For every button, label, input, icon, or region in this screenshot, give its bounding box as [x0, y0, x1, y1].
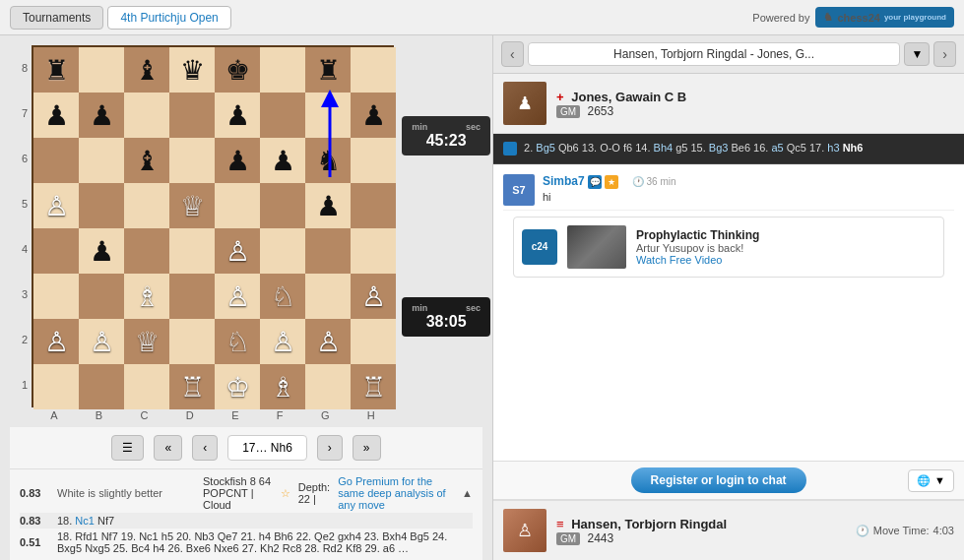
board-cell-d8[interactable]: ♛	[169, 47, 215, 93]
next-move-button[interactable]: ›	[317, 435, 343, 461]
lang-dropdown-icon: ▼	[934, 474, 945, 486]
board-cell-h3[interactable]: ♙	[351, 274, 396, 319]
jones-avatar: ♟	[503, 82, 546, 125]
notation-toggle[interactable]	[503, 142, 517, 156]
ad-watch-link[interactable]: Watch Free Video	[636, 254, 935, 266]
board-cell-b1[interactable]	[79, 364, 124, 409]
board-cell-d7[interactable]	[169, 93, 215, 138]
board-cell-c5[interactable]	[124, 183, 169, 228]
board-cell-c3[interactable]: ♗	[124, 274, 169, 319]
board-cell-g8[interactable]: ♜	[305, 47, 351, 93]
move-time-display: 🕐 Move Time: 4:03	[856, 525, 954, 537]
game-select-button[interactable]: ▼	[904, 42, 930, 66]
chess24-ad-logo: c24	[522, 229, 557, 265]
tournaments-button[interactable]: Tournaments	[10, 6, 103, 30]
board-cell-f8[interactable]	[260, 47, 305, 93]
language-button[interactable]: 🌐 ▼	[908, 469, 954, 492]
board-cell-g7[interactable]	[305, 93, 351, 138]
board-cell-h8[interactable]	[351, 47, 396, 93]
board-cell-b6[interactable]	[79, 138, 124, 183]
board-cell-b2[interactable]: ♙	[79, 319, 124, 364]
analysis-row-3: 0.51 18. Rfd1 Nf7 19. Nc1 h5 20. Nb3 Qe7…	[20, 529, 473, 556]
board-cell-h5[interactable]	[351, 183, 396, 228]
board-cell-f3[interactable]: ♘	[260, 274, 305, 319]
notation-text: 2. Bg5 Qb6 13. O-O f6 14. Bh4 g5 15. Bg3…	[524, 142, 863, 154]
board-cell-c8[interactable]: ♝	[124, 47, 169, 93]
chat-message-simba: S7 Simba7 💬 ★ 🕐 36 min hi	[503, 170, 954, 211]
board-cell-f1[interactable]: ♗	[260, 364, 305, 409]
chess24-advertisement[interactable]: c24 Prophylactic Thinking Artur Yusupov …	[513, 217, 944, 278]
board-cell-c7[interactable]	[124, 93, 169, 138]
board-cell-f2[interactable]: ♙	[260, 319, 305, 364]
board-cell-g5[interactable]: ♟	[305, 183, 351, 228]
board-cell-e1[interactable]: ♔	[215, 364, 260, 409]
clock-area: min sec 45:23 min sec 38:05	[402, 45, 490, 407]
board-cell-g6[interactable]: ♞	[305, 138, 351, 183]
board-cell-g2[interactable]: ♙	[305, 319, 351, 364]
board-cell-g4[interactable]	[305, 228, 351, 274]
last-move-button[interactable]: »	[353, 435, 381, 461]
prev-game-button[interactable]: ‹	[501, 41, 524, 67]
chessboard[interactable]: ♜ ♝ ♛ ♚ ♜ ♟ ♟ ♟ ♟	[32, 45, 394, 407]
board-cell-d1[interactable]: ♖	[169, 364, 215, 409]
board-cell-e6[interactable]: ♟	[215, 138, 260, 183]
board-cell-a7[interactable]: ♟	[33, 93, 79, 138]
jones-info: + Jones, Gawain C B GM 2653	[556, 90, 954, 118]
board-cell-d6[interactable]	[169, 138, 215, 183]
board-cell-d2[interactable]	[169, 319, 215, 364]
chess24-logo[interactable]: ♞ chess24 your playground	[815, 7, 954, 28]
simba7-username[interactable]: Simba7	[543, 174, 585, 188]
board-cell-f7[interactable]	[260, 93, 305, 138]
board-cell-c4[interactable]	[124, 228, 169, 274]
board-cell-b5[interactable]	[79, 183, 124, 228]
board-cell-f6[interactable]: ♟	[260, 138, 305, 183]
board-cell-h2[interactable]	[351, 319, 396, 364]
board-cell-a6[interactable]	[33, 138, 79, 183]
board-cell-a2[interactable]: ♙	[33, 319, 79, 364]
board-cell-d3[interactable]	[169, 274, 215, 319]
board-cell-e8[interactable]: ♚	[215, 47, 260, 93]
first-move-button[interactable]: «	[154, 435, 182, 461]
board-cell-c1[interactable]	[124, 364, 169, 409]
move-notation-bar: 2. Bg5 Qb6 13. O-O f6 14. Bh4 g5 15. Bg3…	[493, 134, 964, 164]
hansen-rating: 2443	[587, 531, 613, 545]
chess24-label: chess24	[837, 12, 879, 24]
move-nc1-link[interactable]: Nc1	[75, 515, 95, 527]
board-cell-e5[interactable]	[215, 183, 260, 228]
analysis-depth-1: Depth: 22 |	[298, 481, 330, 505]
board-cell-b7[interactable]: ♟	[79, 93, 124, 138]
board-cell-g3[interactable]	[305, 274, 351, 319]
board-cell-e2[interactable]: ♘	[215, 319, 260, 364]
board-cell-b8[interactable]	[79, 47, 124, 93]
board-cell-c2[interactable]: ♕	[124, 319, 169, 364]
board-cell-e3[interactable]: ♙	[215, 274, 260, 319]
player-jones-section: ♟ + Jones, Gawain C B GM 2653	[493, 74, 964, 134]
board-cell-h1[interactable]: ♖	[351, 364, 396, 409]
collapse-icon[interactable]: ▲	[462, 487, 473, 499]
active-tournament-tab[interactable]: 4th Purtichju Open	[107, 6, 230, 30]
register-login-button[interactable]: Register or login to chat	[631, 467, 806, 493]
board-cell-g1[interactable]	[305, 364, 351, 409]
ad-title: Prophylactic Thinking	[636, 228, 935, 242]
board-cell-f5[interactable]	[260, 183, 305, 228]
board-cell-b3[interactable]	[79, 274, 124, 319]
board-cell-a5[interactable]: ♙	[33, 183, 79, 228]
board-cell-d4[interactable]	[169, 228, 215, 274]
menu-button[interactable]: ☰	[111, 435, 144, 461]
analysis-premium-1[interactable]: Go Premium for the same deep analysis of…	[338, 475, 454, 511]
board-cell-a1[interactable]	[33, 364, 79, 409]
board-cell-e4[interactable]: ♙	[215, 228, 260, 274]
board-cell-f4[interactable]	[260, 228, 305, 274]
board-cell-h7[interactable]: ♟	[351, 93, 396, 138]
board-cell-h4[interactable]	[351, 228, 396, 274]
board-cell-b4[interactable]: ♟	[79, 228, 124, 274]
board-cell-a3[interactable]	[33, 274, 79, 319]
board-cell-d5[interactable]: ♕	[169, 183, 215, 228]
board-cell-a8[interactable]: ♜	[33, 47, 79, 93]
board-cell-h6[interactable]	[351, 138, 396, 183]
board-cell-c6[interactable]: ♝	[124, 138, 169, 183]
prev-move-button[interactable]: ‹	[192, 435, 218, 461]
board-cell-a4[interactable]	[33, 228, 79, 274]
board-cell-e7[interactable]: ♟	[215, 93, 260, 138]
next-game-button[interactable]: ›	[933, 41, 956, 67]
